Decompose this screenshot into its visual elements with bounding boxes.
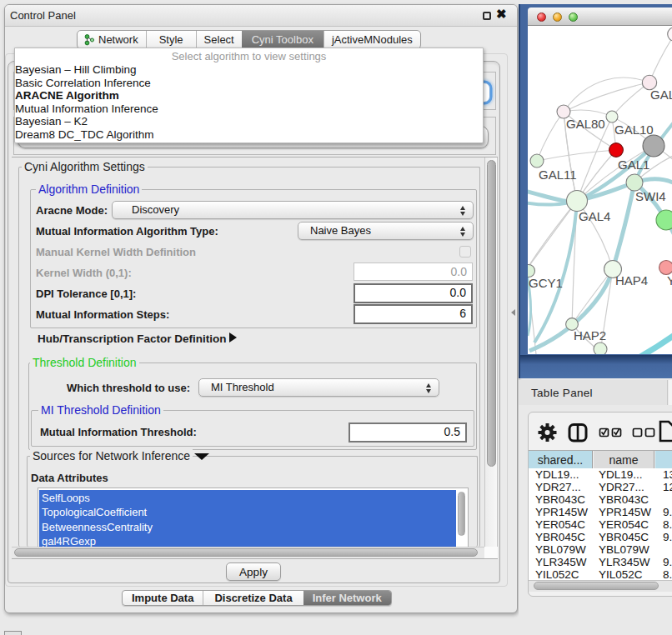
svg-text:HAP2: HAP2 [574,328,606,342]
svg-text:GAL80: GAL80 [566,117,605,131]
svg-text:Y: Y [667,273,672,288]
svg-text:GCY1: GCY1 [529,276,563,290]
svg-text:GAL1: GAL1 [618,158,649,172]
svg-text:SWI4: SWI4 [635,189,666,203]
svg-text:GAL: GAL [650,88,672,102]
svg-text:GAL4: GAL4 [579,209,610,223]
svg-text:GAL10: GAL10 [614,122,654,137]
svg-text:HAP4: HAP4 [615,273,648,288]
svg-text:GAL11: GAL11 [539,168,577,182]
